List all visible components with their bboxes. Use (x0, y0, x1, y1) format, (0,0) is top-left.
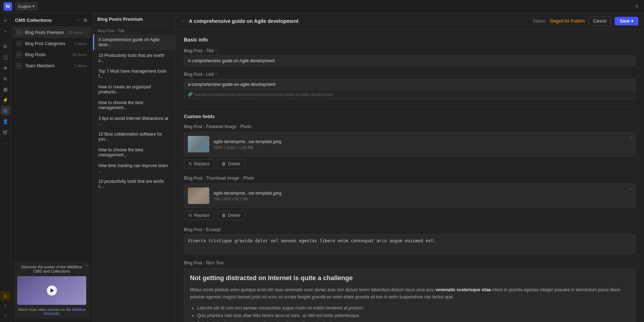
rich-text-p1: Metus morbi pretium enim quisque enim el… (190, 286, 629, 301)
users-icon[interactable]: 👤 (1, 117, 10, 126)
collection-item-blog-post-categories[interactable]: ⊟ Blog Post Categories 3 items (12, 38, 91, 49)
play-icon (50, 288, 54, 293)
detail-content: Basic info Blog Post - Title * Blog Post… (175, 30, 644, 322)
featured-image-replace-button[interactable]: ↻ Replace (184, 159, 214, 169)
webflow-logo: W (4, 2, 12, 11)
play-button[interactable] (47, 286, 57, 296)
more-icon[interactable]: ··· (1, 138, 10, 147)
link-field-group: Blog Post - Link * 🔗 website.com/blog-po… (184, 72, 635, 99)
rich-text-h2-1: Not getting distracted on Internet is qu… (190, 274, 629, 282)
components-icon[interactable]: ⊛ (1, 74, 10, 83)
cms-more-button[interactable]: ··· (75, 16, 81, 24)
thumbnail-image-replace-button[interactable]: ↻ Replace (184, 211, 214, 220)
ecom-icon[interactable]: 🛒 (1, 127, 10, 137)
collection-item-blog-posts-premium[interactable]: ⊟ Blog Posts Premium 10 items › (12, 27, 91, 38)
blog-posts-title: Blog Posts Premium (97, 16, 143, 22)
post-item-4[interactable]: How to create an organized productiv... (93, 82, 175, 97)
featured-image-thumb (188, 136, 209, 152)
thumbnail-image-meta: 760 x 800 • 92.7 kB (214, 197, 631, 201)
rich-text-li-2: Quis pharetra odio duis vitae felis fame… (197, 312, 629, 320)
post-item-6[interactable]: 3 tips to avoid Internet distractions at… (93, 113, 175, 129)
cms-panel-title: CMS Collections (15, 18, 52, 23)
featured-image-filename: agile-developme...ow-template.jpeg (214, 139, 631, 144)
promo-title: Discover the power of the Webflow CMS an… (17, 265, 86, 273)
detail-header-left: ← A comprehensive guide on Agile develop… (181, 18, 298, 24)
post-item-2[interactable]: 10 Productivity tools that are worth c..… (93, 50, 175, 66)
detail-header: ← A comprehensive guide on Agile develop… (175, 13, 644, 30)
list-sub-header: Blog Post - Title (93, 26, 175, 34)
close-button[interactable]: × (633, 3, 640, 10)
language-selector[interactable]: English ▾ (15, 3, 38, 10)
link-input[interactable] (184, 79, 635, 90)
hamburger-icon[interactable]: ≡ (1, 16, 10, 25)
thumbnail-image-expand-button[interactable]: ⤢ (629, 187, 632, 191)
cancel-button[interactable]: Cancel (589, 16, 611, 26)
cms-add-button[interactable]: ⊕ (83, 16, 88, 24)
layers-icon[interactable]: ◫ (1, 52, 10, 62)
interactions-icon[interactable]: ⚡ (1, 95, 10, 104)
url-icon: 🔗 (188, 92, 193, 97)
rich-text-container[interactable]: Not getting distracted on Internet is qu… (184, 268, 635, 322)
icon-sidebar: ≡ + ⊞ ◫ ◈ ⊛ ▦ ⚡ ⊟ 👤 🛒 ··· ⚠ ↑ ⌕ (0, 13, 11, 322)
delete-icon: 🗑 (222, 161, 226, 166)
title-field-group: Blog Post - Title * (184, 48, 635, 66)
link-required: * (215, 73, 217, 77)
post-item-8[interactable]: How to choose the best management... (93, 145, 175, 160)
warning-icon[interactable]: ⚠ (1, 291, 10, 301)
add-icon[interactable]: + (1, 26, 10, 36)
delete-icon: 🗑 (222, 213, 226, 218)
post-item-10[interactable]: 10 productivity tools that are worth c..… (93, 176, 175, 192)
post-item-7[interactable]: 10 Best collaboration software for you..… (93, 129, 175, 145)
collection-item-blog-posts[interactable]: ⊟ Blog Posts 10 items (12, 49, 91, 60)
excerpt-input[interactable]: Viverra tristique gravida dolor vel aene… (184, 234, 635, 254)
topbar-right: × (633, 3, 640, 10)
assets-icon[interactable]: ▦ (1, 84, 10, 94)
promo-close-button[interactable]: × (85, 263, 88, 268)
rich-text-list: Lobortis elit sit cum orci aenean consec… (197, 304, 629, 322)
collection-count: 2 items (74, 64, 87, 68)
title-input[interactable] (184, 55, 635, 66)
replace-icon: ↻ (189, 213, 192, 218)
promo-video[interactable] (17, 276, 86, 305)
cms-icon[interactable]: ⊟ (1, 106, 10, 115)
rich-text-li-3: Duis facilisis aliquet at lacus cras ali… (197, 320, 629, 322)
thumbnail-image-field-group: Blog Post - Thumbnail Image - Photo agil… (184, 176, 635, 220)
post-item-title: 10 productivity tools that are worth c..… (98, 179, 171, 189)
featured-image-thumb-inner (188, 136, 209, 152)
topbar: W English ▾ × (0, 0, 644, 13)
thumbnail-image-delete-button[interactable]: 🗑 Delete (217, 211, 245, 220)
topbar-left: W English ▾ (4, 2, 38, 11)
custom-fields-title: Custom fields (184, 114, 635, 119)
featured-image-field-group: Blog Post - Featured Image - Photo agile… (184, 124, 635, 169)
pages-icon[interactable]: ⊞ (1, 42, 10, 51)
save-button[interactable]: Save ▾ (615, 17, 638, 25)
collection-name: Blog Posts (25, 52, 69, 57)
search-icon[interactable]: ⌕ (1, 310, 10, 319)
detail-header-right: Status: Staged for Publish Cancel Save ▾ (533, 16, 638, 26)
status-label: Status: (533, 19, 546, 24)
thumbnail-image-label: Blog Post - Thumbnail Image - Photo (184, 176, 635, 181)
blog-posts-list-panel: Blog Posts Premium Blog Post - Title A c… (93, 13, 175, 322)
back-button[interactable]: ← (181, 18, 186, 24)
featured-image-expand-button[interactable]: ⤢ (629, 135, 632, 140)
excerpt-label: Blog Post - Excerpt (184, 227, 635, 232)
thumbnail-image-thumb (188, 187, 209, 204)
excerpt-field-group: Blog Post - Excerpt Viverra tristique gr… (184, 227, 635, 255)
post-item-5[interactable]: How to choose the best management... (93, 97, 175, 113)
style-icon[interactable]: ◈ (1, 63, 10, 72)
post-item-1[interactable]: A comprehensive guide on Agile deve... › (93, 34, 175, 50)
blog-posts-header: Blog Posts Premium (93, 13, 175, 26)
status-value: Staged for Publish (550, 19, 585, 24)
thumbnail-image-filename: agile-developme...ow-template.jpeg (214, 191, 631, 196)
collection-item-team-members[interactable]: ⊟ Team Members 2 items (12, 60, 91, 71)
cms-collections-panel: CMS Collections ··· ⊕ ⊟ Blog Posts Premi… (11, 13, 93, 322)
post-item-3[interactable]: Top 7 Must have management tools f... (93, 66, 175, 82)
detail-title: A comprehensive guide on Agile developme… (189, 18, 298, 24)
post-item-9[interactable]: How time tracking can improve team ... (93, 160, 175, 176)
featured-image-delete-button[interactable]: 🗑 Delete (217, 159, 245, 169)
publish-icon[interactable]: ↑ (1, 301, 10, 310)
collection-icon: ⊟ (16, 52, 22, 58)
collection-icon: ⊟ (16, 30, 22, 35)
post-item-title: A comprehensive guide on Agile deve... (98, 37, 170, 47)
thumbnail-image-info: agile-developme...ow-template.jpeg 760 x… (214, 191, 631, 201)
